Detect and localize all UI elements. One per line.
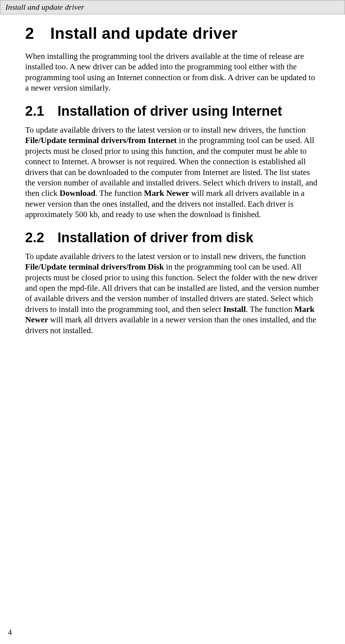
bold-text: Download — [60, 189, 96, 198]
section-title-text: Installation of driver using Internet — [58, 104, 282, 119]
chapter-title: 2 Install and update driver — [25, 24, 320, 42]
running-title: Install and update driver — [5, 3, 84, 12]
section-title-text: Installation of driver from disk — [58, 230, 253, 245]
section-number: 2.1 — [25, 104, 58, 119]
text-run: To update available drivers to the lates… — [25, 252, 306, 261]
text-run: will mark all drivers available in a new… — [25, 315, 316, 335]
intro-paragraph: When installing the programming tool the… — [25, 51, 320, 93]
bold-text: File/Update terminal drivers/from Intern… — [25, 136, 177, 145]
section-2-1-title: 2.1 Installation of driver using Interne… — [25, 104, 320, 119]
section-number: 2.2 — [25, 230, 58, 245]
bold-text: File/Update terminal drivers/from Disk — [25, 262, 164, 271]
bold-text: Mark Newer — [144, 189, 189, 198]
section-2-1-body: To update available drivers to the lates… — [25, 125, 320, 220]
text-run: To update available drivers to the lates… — [25, 125, 306, 134]
page-content: 2 Install and update driver When install… — [0, 14, 345, 336]
running-header: Install and update driver — [0, 0, 345, 14]
chapter-title-text: Install and update driver — [50, 24, 238, 42]
page-number: 4 — [8, 627, 12, 637]
chapter-number: 2 — [25, 24, 50, 42]
text-run: . The function — [246, 305, 294, 314]
text-run: . The function — [96, 189, 144, 198]
section-2-2-title: 2.2 Installation of driver from disk — [25, 230, 320, 245]
section-2-2-body: To update available drivers to the lates… — [25, 251, 320, 336]
bold-text: Install — [223, 305, 246, 314]
